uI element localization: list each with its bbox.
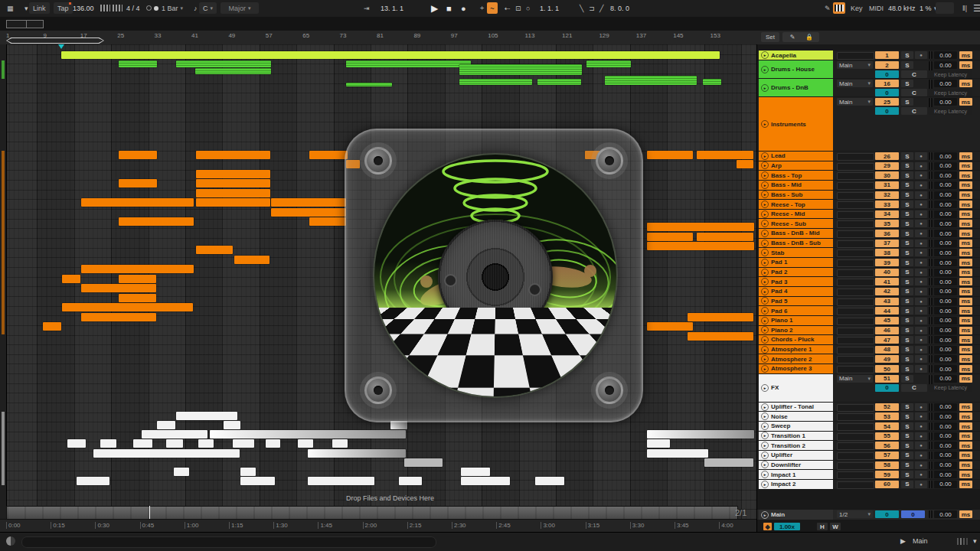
- solo-button[interactable]: S: [901, 432, 913, 440]
- left-edge-overview-strip[interactable]: [0, 44, 7, 532]
- preferences-grid-icon[interactable]: ▦: [3, 2, 18, 14]
- track-header-uplifter[interactable]: ▸Uplifter: [759, 451, 833, 460]
- volume-slider[interactable]: [837, 442, 874, 450]
- track-delay-unit[interactable]: ms: [959, 412, 972, 420]
- pan-chip[interactable]: 0: [875, 107, 899, 115]
- track-header-drums-dnb[interactable]: ▸Drums - DnB: [759, 79, 833, 96]
- clip-instrument[interactable]: [647, 223, 754, 231]
- main-delay-unit[interactable]: ms: [959, 510, 972, 518]
- volume-slider[interactable]: [837, 230, 874, 238]
- clip-instrument[interactable]: [697, 151, 753, 159]
- volume-slider[interactable]: [837, 471, 874, 479]
- solo-button[interactable]: S: [901, 461, 913, 469]
- volume-slider[interactable]: [837, 172, 874, 180]
- track-header-fx[interactable]: ▸FX: [759, 374, 833, 402]
- crossfade-button[interactable]: C: [901, 384, 927, 392]
- track-delay-value[interactable]: 0.00: [934, 442, 957, 449]
- solo-button[interactable]: S: [901, 152, 913, 160]
- track-header-acapella[interactable]: ▸Acapella: [759, 51, 833, 60]
- clip-instrument[interactable]: [81, 313, 156, 321]
- meter-caret-icon[interactable]: ▾: [973, 537, 977, 545]
- clip-instrument[interactable]: [688, 332, 753, 341]
- track-delay-value[interactable]: 0.00: [934, 191, 957, 199]
- volume-slider[interactable]: [837, 328, 874, 335]
- track-header-reese-mid[interactable]: ▸Reese - Mid: [759, 210, 833, 219]
- solo-button[interactable]: S: [901, 298, 913, 305]
- solo-button[interactable]: S: [901, 220, 913, 227]
- routing-menu[interactable]: Main▾: [837, 80, 873, 87]
- track-delay-value[interactable]: 0.00: [934, 210, 957, 218]
- track-header-pad-1[interactable]: ▸Pad 1: [759, 258, 833, 267]
- beat-time-ruler[interactable]: Set ✎ 🔒 19172533414957657381899710511312…: [0, 31, 980, 45]
- clip-instrument[interactable]: [62, 275, 80, 283]
- track-delay-value[interactable]: 0.00: [934, 80, 957, 87]
- volume-slider[interactable]: [837, 462, 874, 470]
- track-number-chip[interactable]: 45: [875, 317, 899, 324]
- track-delay-unit[interactable]: ms: [959, 375, 972, 383]
- computer-midi-keyboard-button[interactable]: [833, 2, 845, 14]
- track-delay-unit[interactable]: ms: [959, 432, 972, 440]
- track-number-chip[interactable]: 32: [875, 191, 899, 199]
- track-delay-value[interactable]: 0.00: [934, 98, 957, 106]
- track-header-impact-1[interactable]: ▸Impact 1: [759, 470, 833, 479]
- clip-instrument[interactable]: [688, 313, 753, 321]
- clip-instrument[interactable]: [271, 198, 346, 207]
- crossfade-button[interactable]: C: [901, 107, 927, 115]
- track-number-chip[interactable]: 57: [875, 452, 899, 459]
- routing-menu[interactable]: Main▾: [837, 98, 873, 106]
- solo-button[interactable]: S: [901, 191, 913, 199]
- track-number-chip[interactable]: 42: [875, 288, 899, 295]
- freeze-button[interactable]: ●: [915, 278, 927, 285]
- track-header-pad-4[interactable]: ▸Pad 4: [759, 287, 833, 296]
- clip-drums[interactable]: [119, 60, 157, 67]
- track-header-noise[interactable]: ▸Noise: [759, 412, 833, 421]
- solo-button[interactable]: S: [901, 240, 913, 247]
- clip-drums[interactable]: [459, 64, 582, 75]
- track-delay-unit[interactable]: ms: [959, 201, 972, 208]
- track-delay-unit[interactable]: ms: [959, 355, 972, 363]
- routing-menu[interactable]: Main▾: [837, 375, 873, 383]
- clip-instrument[interactable]: [62, 303, 193, 311]
- clip-instrument[interactable]: [119, 275, 156, 283]
- clip-instrument[interactable]: [196, 151, 270, 159]
- freeze-button[interactable]: ●: [915, 403, 927, 411]
- freeze-button[interactable]: ●: [915, 346, 927, 354]
- clip-fx[interactable]: [198, 439, 214, 448]
- track-delay-value[interactable]: 0.00: [934, 375, 957, 383]
- track-header-sweep[interactable]: ▸Sweep: [759, 422, 833, 431]
- solo-button[interactable]: S: [901, 181, 913, 189]
- freeze-button[interactable]: ●: [915, 298, 927, 305]
- crossfade-button[interactable]: C: [901, 89, 927, 96]
- solo-button[interactable]: S: [901, 442, 913, 449]
- track-number-chip[interactable]: 58: [875, 461, 899, 469]
- clip-fx[interactable]: [224, 421, 240, 429]
- clip-drums[interactable]: [176, 60, 271, 67]
- clip-fx[interactable]: [298, 439, 313, 448]
- volume-slider[interactable]: [837, 153, 874, 161]
- solo-button[interactable]: S: [901, 307, 913, 315]
- track-number-chip[interactable]: 30: [875, 171, 899, 179]
- solo-button[interactable]: S: [901, 403, 913, 411]
- clip-instrument[interactable]: [196, 189, 270, 197]
- clip-acapella[interactable]: [61, 51, 720, 59]
- volume-slider[interactable]: [837, 259, 874, 267]
- solo-button[interactable]: S: [901, 365, 913, 373]
- solo-button[interactable]: S: [901, 288, 913, 295]
- track-number-chip[interactable]: 33: [875, 201, 899, 208]
- track-header-piano-2[interactable]: ▸Piano 2: [759, 326, 833, 335]
- clip-instrument[interactable]: [196, 246, 233, 254]
- clip-instrument[interactable]: [119, 179, 157, 187]
- freeze-button[interactable]: ●: [915, 210, 927, 218]
- track-number-chip[interactable]: 25: [875, 98, 899, 106]
- track-delay-unit[interactable]: ms: [959, 327, 972, 334]
- track-delay-value[interactable]: 0.00: [934, 346, 957, 354]
- track-delay-value[interactable]: 0.00: [934, 162, 957, 170]
- volume-slider[interactable]: [837, 298, 874, 306]
- track-delay-unit[interactable]: ms: [959, 269, 972, 276]
- track-delay-value[interactable]: 0.00: [934, 152, 957, 160]
- track-number-chip[interactable]: 41: [875, 278, 899, 285]
- track-delay-value[interactable]: 0.00: [934, 327, 957, 334]
- main-pan-chip[interactable]: 0: [875, 510, 899, 518]
- track-delay-unit[interactable]: ms: [959, 152, 972, 160]
- track-delay-value[interactable]: 0.00: [934, 51, 957, 59]
